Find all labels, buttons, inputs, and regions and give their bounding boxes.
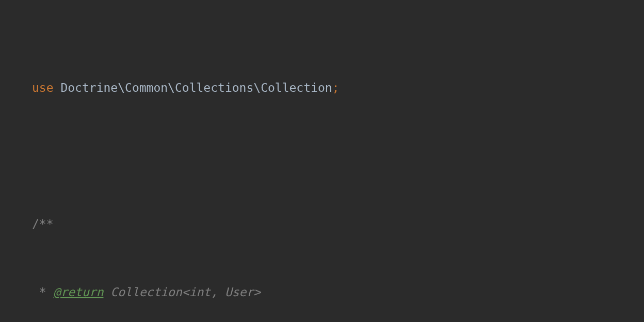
namespace-path: Doctrine\Common\Collections\Collection (60, 81, 332, 94)
code-editor[interactable]: use Doctrine\Common\Collections\Collecti… (0, 0, 644, 322)
doc-type: Collection<int, User> (110, 285, 261, 299)
code-line[interactable]: use Doctrine\Common\Collections\Collecti… (0, 76, 644, 99)
semicolon: ; (332, 81, 340, 94)
code-line[interactable]: /** (0, 213, 644, 235)
keyword-use: use (32, 81, 54, 94)
code-line-empty[interactable] (0, 144, 644, 167)
docblock-open: /** (32, 217, 54, 231)
code-line[interactable]: * @return Collection<int, User> (0, 281, 644, 303)
doc-tag-return: @return (54, 285, 104, 299)
docblock-star: * (32, 285, 54, 299)
